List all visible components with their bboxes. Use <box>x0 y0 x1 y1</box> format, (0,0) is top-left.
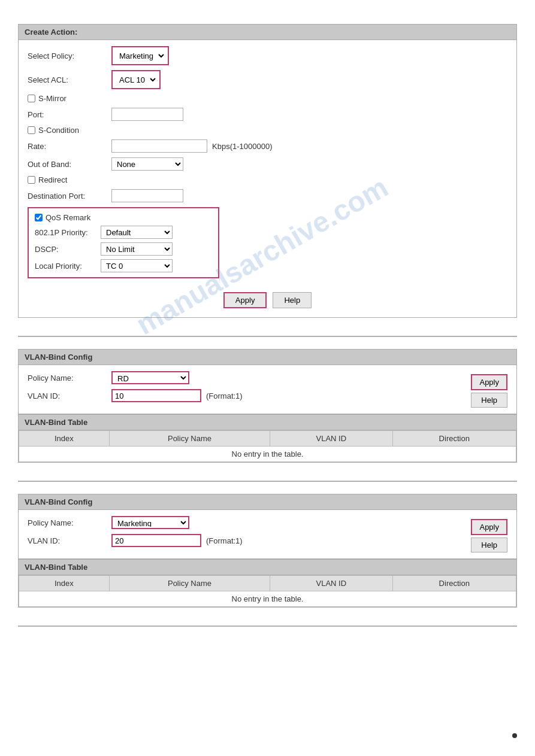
vlan-bind-table-header-2: VLAN-Bind Table <box>18 559 517 575</box>
scondition-label: S-Condition <box>38 126 79 135</box>
out-of-band-row: Out of Band: None <box>28 157 507 171</box>
out-of-band-label: Out of Band: <box>28 160 111 169</box>
col-vlan-2: VLAN ID <box>270 576 392 591</box>
port-row: Port: <box>28 108 507 121</box>
redirect-label: Redirect <box>38 175 67 184</box>
col-direction-1: Direction <box>392 431 516 447</box>
select-acl-dropdown[interactable]: ACL 10 <box>114 73 158 86</box>
vlan-help-button-2[interactable]: Help <box>471 538 507 552</box>
vlan-id-input-2[interactable] <box>111 534 201 547</box>
select-policy-row: Select Policy: Marketing <box>28 46 507 65</box>
vlan-bind-table-body-2: Index Policy Name VLAN ID Direction No e… <box>18 575 517 608</box>
dscp-label: DSCP: <box>35 245 101 254</box>
destination-port-label: Destination Port: <box>28 192 111 201</box>
policy-name-dropdown-1[interactable]: RD <box>111 371 189 384</box>
policy-name-label-2: Policy Name: <box>28 518 111 527</box>
col-direction-2: Direction <box>392 576 516 591</box>
table-empty-msg-2: No entry in the table. <box>19 591 516 607</box>
rate-label: Rate: <box>28 142 111 151</box>
smirror-row: S-Mirror <box>28 94 507 103</box>
dscp-dropdown[interactable]: No Limit <box>101 242 173 256</box>
vlan-id-label-2: VLAN ID: <box>28 536 111 545</box>
rate-hint: Kbps(1-1000000) <box>212 142 272 151</box>
qos-remark-box: QoS Remark 802.1P Priority: Default DSCP… <box>28 207 219 278</box>
format-hint-2: (Format:1) <box>206 536 243 545</box>
port-input[interactable] <box>111 108 183 121</box>
destination-port-row: Destination Port: <box>28 189 507 202</box>
table-header-row-2: Index Policy Name VLAN ID Direction <box>19 576 516 591</box>
select-acl-row: Select ACL: ACL 10 <box>28 70 507 89</box>
rate-row: Rate: Kbps(1-1000000) <box>28 139 507 153</box>
table-empty-msg-1: No entry in the table. <box>19 447 516 462</box>
action-buttons: Apply Help <box>28 292 507 308</box>
vlan-help-button-1[interactable]: Help <box>471 393 507 408</box>
vlan-bind-table-header-1: VLAN-Bind Table <box>18 414 517 430</box>
vlan-bind-config-body-1: Policy Name: RD VLAN ID: (Format:1) Appl… <box>18 365 517 414</box>
priority-dropdown[interactable]: Default <box>101 226 173 239</box>
rate-input[interactable] <box>111 139 207 153</box>
col-index-1: Index <box>19 431 110 447</box>
select-policy-dropdown[interactable]: Marketing <box>114 49 166 62</box>
vlan-config-fields-2: Policy Name: Marketing VLAN ID: (Format:… <box>28 516 459 552</box>
vlan-bind-section-1: VLAN-Bind Config Policy Name: RD VLAN ID… <box>18 349 517 463</box>
col-index-2: Index <box>19 576 110 591</box>
vlan-bind-table-1: Index Policy Name VLAN ID Direction No e… <box>19 430 516 462</box>
scondition-row: S-Condition <box>28 126 507 135</box>
table-header-row-1: Index Policy Name VLAN ID Direction <box>19 431 516 447</box>
destination-port-input[interactable] <box>111 189 183 202</box>
help-button[interactable]: Help <box>273 292 312 308</box>
dscp-row: DSCP: No Limit <box>35 242 212 256</box>
select-acl-highlight: ACL 10 <box>111 70 161 89</box>
col-vlan-1: VLAN ID <box>270 431 392 447</box>
vlan-bind-table-section-1: VLAN-Bind Table Index Policy Name VLAN I… <box>18 414 517 463</box>
local-priority-dropdown[interactable]: TC 0 <box>101 259 173 272</box>
priority-label: 802.1P Priority: <box>35 228 101 237</box>
redirect-checkbox[interactable] <box>28 176 35 184</box>
select-acl-label: Select ACL: <box>28 75 111 84</box>
format-hint-1: (Format:1) <box>206 391 243 400</box>
vlan-bind-config-header-1: VLAN-Bind Config <box>18 349 517 365</box>
policy-name-row-2: Policy Name: Marketing <box>28 516 459 529</box>
vlan-config-buttons-2: Apply Help <box>471 516 507 552</box>
vlan-id-input-1[interactable] <box>111 389 201 402</box>
create-action-header: Create Action: <box>18 24 517 40</box>
apply-button[interactable]: Apply <box>223 292 267 308</box>
vlan-config-fields-1: Policy Name: RD VLAN ID: (Format:1) <box>28 371 459 407</box>
select-policy-label: Select Policy: <box>28 51 111 60</box>
vlan-bind-config-header-2: VLAN-Bind Config <box>18 494 517 510</box>
out-of-band-dropdown[interactable]: None <box>111 157 183 171</box>
create-action-section: Create Action: Select Policy: Marketing … <box>18 24 517 318</box>
table-empty-row-2: No entry in the table. <box>19 591 516 607</box>
table-empty-row-1: No entry in the table. <box>19 447 516 462</box>
qos-remark-label: QoS Remark <box>46 213 90 222</box>
vlan-apply-button-1[interactable]: Apply <box>471 374 507 390</box>
vlan-config-buttons-1: Apply Help <box>471 371 507 408</box>
create-action-body: Select Policy: Marketing Select ACL: ACL… <box>18 40 517 318</box>
divider-2 <box>18 481 517 482</box>
vlan-id-row-1: VLAN ID: (Format:1) <box>28 389 459 402</box>
divider-1 <box>18 336 517 337</box>
vlan-apply-button-2[interactable]: Apply <box>471 519 507 535</box>
vlan-bind-table-section-2: VLAN-Bind Table Index Policy Name VLAN I… <box>18 559 517 608</box>
policy-name-label-1: Policy Name: <box>28 374 111 382</box>
divider-3 <box>18 626 517 627</box>
local-priority-row: Local Priority: TC 0 <box>35 259 212 272</box>
redirect-row: Redirect <box>28 175 507 184</box>
local-priority-label: Local Priority: <box>35 262 101 271</box>
vlan-config-layout-2: Policy Name: Marketing VLAN ID: (Format:… <box>28 516 507 552</box>
policy-name-dropdown-2[interactable]: Marketing <box>111 516 189 529</box>
smirror-label: S-Mirror <box>38 94 67 103</box>
vlan-bind-config-body-2: Policy Name: Marketing VLAN ID: (Format:… <box>18 510 517 559</box>
priority-row: 802.1P Priority: Default <box>35 226 212 239</box>
col-policy-1: Policy Name <box>109 431 270 447</box>
vlan-config-layout-1: Policy Name: RD VLAN ID: (Format:1) Appl… <box>28 371 507 408</box>
vlan-bind-section-2: VLAN-Bind Config Policy Name: Marketing … <box>18 494 517 608</box>
port-label: Port: <box>28 110 111 119</box>
select-policy-highlight: Marketing <box>111 46 169 65</box>
scondition-checkbox[interactable] <box>28 126 35 134</box>
vlan-bind-table-body-1: Index Policy Name VLAN ID Direction No e… <box>18 430 517 463</box>
col-policy-2: Policy Name <box>109 576 270 591</box>
smirror-checkbox[interactable] <box>28 95 35 102</box>
vlan-id-row-2: VLAN ID: (Format:1) <box>28 534 459 547</box>
qos-remark-checkbox[interactable] <box>35 214 43 221</box>
